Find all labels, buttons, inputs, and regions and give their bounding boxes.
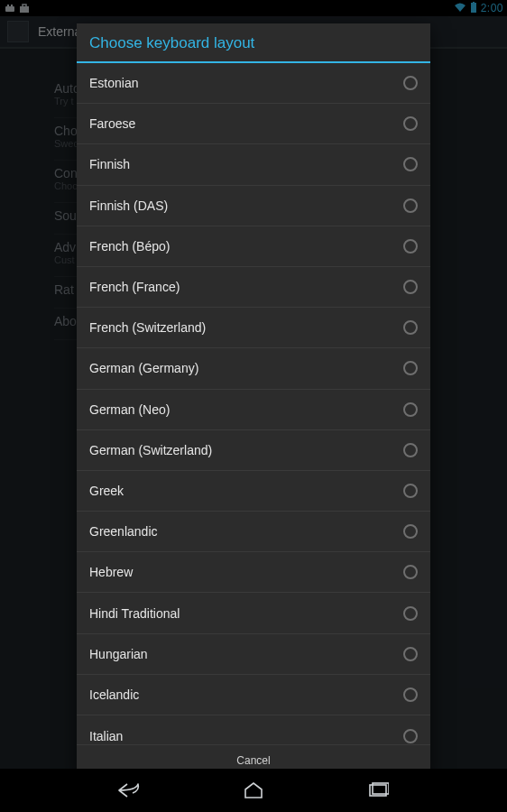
layout-option-label: Estonian [89,76,138,90]
radio-icon[interactable] [403,320,418,335]
radio-icon[interactable] [403,565,418,579]
radio-icon[interactable] [403,484,418,498]
radio-icon[interactable] [403,239,418,254]
radio-icon[interactable] [403,729,418,743]
navigation-bar [0,769,507,812]
layout-option[interactable]: Hebrew [77,552,430,593]
radio-icon[interactable] [403,157,418,171]
layout-option-label: Italian [89,729,123,743]
layout-option[interactable]: French (Bépo) [77,226,430,267]
layout-option[interactable]: Greenlandic [77,512,430,552]
home-button[interactable] [241,778,266,803]
radio-icon[interactable] [403,687,418,702]
keyboard-layout-dialog: Choose keyboard layout EstonianFaroeseFi… [77,23,430,776]
layout-option[interactable]: German (Switzerland) [77,430,430,471]
recents-button[interactable] [365,778,391,803]
radio-icon[interactable] [403,280,418,294]
layout-option-label: Finnish (DAS) [89,198,168,213]
radio-icon[interactable] [403,606,418,621]
back-button[interactable] [116,778,142,803]
layout-option[interactable]: French (France) [77,267,430,308]
layout-option-label: Greenlandic [89,524,158,539]
layout-option[interactable]: Italian [77,715,430,744]
radio-icon[interactable] [403,361,418,375]
layout-option-label: German (Neo) [89,402,170,417]
layout-option-label: Hungarian [89,647,148,661]
radio-icon[interactable] [403,524,418,539]
layout-option-label: Icelandic [89,687,139,702]
radio-icon[interactable] [403,116,418,131]
layout-option[interactable]: Hungarian [77,634,430,675]
radio-icon[interactable] [403,402,418,417]
layout-option-label: Hindi Traditional [89,606,180,621]
layout-option-label: Faroese [89,116,135,131]
layout-option-label: Greek [89,484,124,498]
layout-option-label: Hebrew [89,565,133,579]
layout-option[interactable]: Greek [77,471,430,512]
layout-option[interactable]: Estonian [77,63,430,104]
layout-option[interactable]: German (Neo) [77,390,430,430]
layout-option[interactable]: French (Switzerland) [77,308,430,348]
layout-option[interactable]: Finnish (DAS) [77,186,430,226]
dialog-list[interactable]: EstonianFaroeseFinnishFinnish (DAS)Frenc… [77,63,430,744]
layout-option[interactable]: Faroese [77,104,430,144]
radio-icon[interactable] [403,443,418,457]
layout-option-label: French (France) [89,280,180,294]
dialog-title: Choose keyboard layout [77,23,430,61]
layout-option-label: German (Germany) [89,361,198,375]
layout-option[interactable]: German (Germany) [77,348,430,389]
layout-option[interactable]: Hindi Traditional [77,593,430,633]
layout-option-label: French (Switzerland) [89,320,206,335]
radio-icon[interactable] [403,647,418,661]
layout-option[interactable]: Icelandic [77,675,430,715]
radio-icon[interactable] [403,198,418,213]
layout-option-label: French (Bépo) [89,239,170,254]
radio-icon[interactable] [403,76,418,90]
layout-option-label: Finnish [89,157,130,171]
layout-option[interactable]: Finnish [77,144,430,185]
layout-option-label: German (Switzerland) [89,443,212,457]
